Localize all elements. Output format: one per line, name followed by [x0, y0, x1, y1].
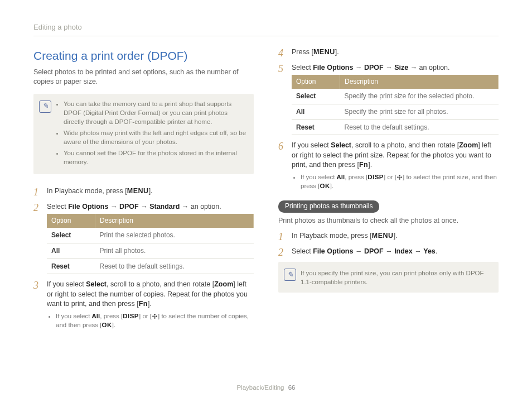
- opt-name: Select: [47, 228, 95, 243]
- table-row: SelectSpecify the print size for the sel…: [292, 89, 499, 104]
- table-row: AllPrint all photos.: [47, 243, 254, 259]
- svg-point-1: [154, 314, 155, 315]
- options-table-2: OptionDescription SelectSpecify the prin…: [292, 75, 499, 135]
- disp-key: DISP: [367, 174, 384, 180]
- nav-dpof: DPOF: [364, 247, 384, 255]
- note-item: Wide photos may print with the left and …: [64, 128, 247, 146]
- step-1: In Playback mode, press [MENU].: [33, 186, 254, 197]
- nav-file-options: File Options: [68, 203, 108, 210]
- opt-desc: Specify the print size for all photos.: [340, 104, 499, 119]
- th-option: Option: [47, 214, 95, 228]
- step-3: If you select Select, scroll to a photo,…: [33, 280, 254, 329]
- note-list-1: You can take the memory card to a print …: [56, 99, 247, 169]
- sub-text: ] or [: [384, 174, 396, 180]
- arrow-icon: →: [414, 247, 422, 255]
- sub-text: If you select: [56, 313, 92, 319]
- opt-desc: Specify the print size for the selected …: [340, 89, 499, 104]
- svg-point-6: [399, 175, 400, 176]
- opt-name: All: [47, 243, 95, 259]
- step-4: Press [MENU].: [278, 47, 499, 58]
- nav-index: Index: [394, 247, 413, 255]
- steps-thumbnails: In Playback mode, press [MENU]. Select F…: [278, 231, 499, 256]
- step-text: ].: [149, 187, 153, 195]
- nav-dpof: DPOF: [119, 203, 139, 210]
- sub-item: If you select All, press [DISP] or [] to…: [301, 173, 499, 190]
- menu-key: MENU: [372, 232, 394, 240]
- table-row: SelectPrint the selected photos.: [47, 228, 254, 243]
- all-strong: All: [337, 174, 345, 180]
- sub-text: ] or [: [139, 313, 152, 319]
- step-6: If you select Select, scroll to a photo,…: [278, 141, 499, 190]
- note-box-2: ✎ If you specify the print size, you can…: [278, 262, 499, 292]
- nav-dpof: DPOF: [364, 64, 384, 71]
- section-lead: Select photos to be printed and set opti…: [33, 68, 254, 87]
- svg-point-7: [399, 178, 400, 179]
- disp-key: DISP: [123, 313, 139, 319]
- step-text: Select: [47, 203, 68, 210]
- note-text: If you specify the print size, you can p…: [301, 267, 492, 286]
- t-step-2: Select File Options → DPOF → Index → Yes…: [278, 247, 499, 257]
- step-text: ].: [394, 232, 398, 240]
- step-text: Select: [292, 247, 313, 255]
- sub-text: , press [: [100, 313, 123, 319]
- steps-right: Press [MENU]. Select File Options → DPOF…: [278, 47, 499, 190]
- subsection-pill: Printing photos as thumbnails: [278, 200, 379, 213]
- svg-point-3: [152, 315, 153, 317]
- svg-point-8: [397, 176, 398, 178]
- options-table-1: OptionDescription SelectPrint the select…: [47, 214, 254, 274]
- page-number: 66: [288, 384, 296, 391]
- flower-icon: [152, 313, 158, 319]
- step-text: Press [: [292, 48, 313, 56]
- arrow-icon: →: [355, 64, 362, 71]
- arrow-icon: →: [385, 247, 393, 255]
- arrow-icon: →: [141, 203, 148, 210]
- zoom-strong: Zoom: [459, 141, 478, 149]
- nav-file-options: File Options: [313, 247, 353, 255]
- step-text: ].: [148, 300, 152, 308]
- step-text: In Playback mode, press [: [47, 187, 127, 195]
- sub-text: , press [: [345, 174, 367, 180]
- table-row: ResetReset to the default settings.: [292, 119, 499, 135]
- step-text: If you select: [47, 280, 86, 288]
- left-column: Creating a print order (DPOF) Select pho…: [33, 47, 254, 335]
- table-row: AllSpecify the print size for all photos…: [292, 104, 499, 119]
- step-text: ].: [368, 161, 372, 169]
- step-text: If you select: [292, 141, 331, 149]
- sub-text: ].: [330, 183, 333, 189]
- right-column: Press [MENU]. Select File Options → DPOF…: [278, 47, 499, 335]
- note-item: You cannot set the DPOF for the photos s…: [64, 149, 247, 166]
- svg-point-4: [156, 315, 157, 317]
- arrow-icon: →: [410, 64, 418, 71]
- opt-desc: Print the selected photos.: [95, 228, 254, 243]
- nav-file-options: File Options: [313, 64, 353, 71]
- t-step-1: In Playback mode, press [MENU].: [278, 231, 499, 241]
- opt-name: All: [292, 104, 340, 119]
- arrow-icon: →: [110, 203, 118, 210]
- opt-name: Reset: [47, 259, 95, 274]
- note-item: You can take the memory card to a print …: [64, 99, 247, 126]
- step-text: .: [436, 247, 437, 255]
- content-columns: Creating a print order (DPOF) Select pho…: [33, 47, 499, 335]
- th-option: Option: [292, 75, 340, 89]
- fn-key: Fn: [359, 161, 368, 169]
- th-description: Description: [95, 214, 254, 228]
- page-footer: Playback/Editing 66: [0, 383, 532, 392]
- svg-point-9: [400, 176, 402, 178]
- step-text: an option.: [188, 203, 221, 210]
- sub-bullet: If you select All, press [DISP] or [] to…: [293, 173, 499, 190]
- note-icon: ✎: [39, 100, 51, 113]
- arrow-icon: →: [182, 203, 189, 210]
- nav-size: Size: [394, 64, 408, 71]
- breadcrumb: Editing a photo: [33, 22, 499, 36]
- section-title: Creating a print order (DPOF): [33, 47, 254, 64]
- table-row: ResetReset to the default settings.: [47, 259, 254, 274]
- select-strong: Select: [331, 141, 351, 149]
- select-strong: Select: [86, 280, 107, 288]
- sub-bullet: If you select All, press [DISP] or [] to…: [48, 312, 254, 329]
- fn-key: Fn: [139, 300, 148, 308]
- step-text: ].: [335, 48, 339, 56]
- arrow-icon: →: [355, 247, 362, 255]
- opt-name: Select: [292, 89, 340, 104]
- footer-section: Playback/Editing: [236, 384, 284, 391]
- sub-item: If you select All, press [DISP] or [] to…: [56, 312, 254, 329]
